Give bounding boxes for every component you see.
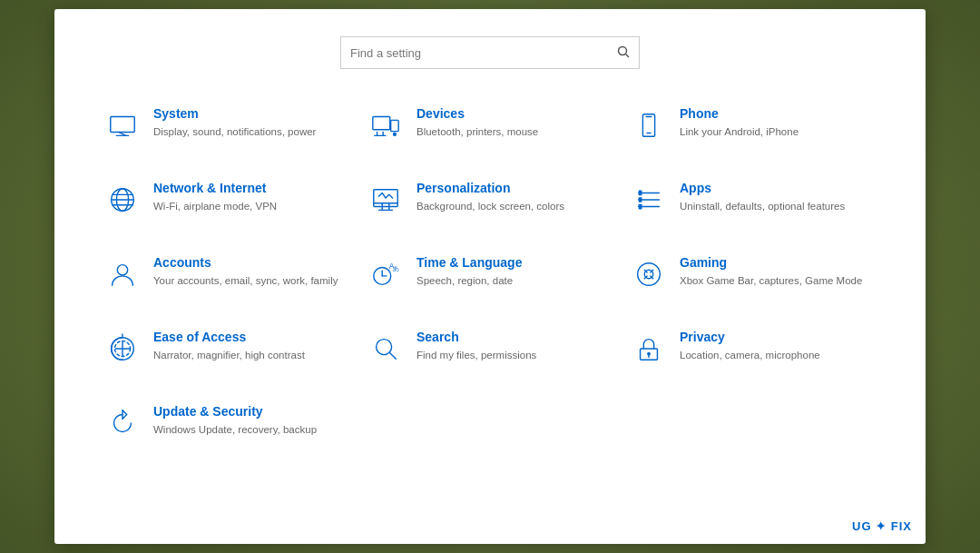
setting-desc-gaming: Xbox Game Bar, captures, Game Mode bbox=[680, 273, 876, 288]
time-icon: A あ bbox=[368, 256, 404, 292]
setting-title-privacy: Privacy bbox=[680, 329, 876, 345]
setting-desc-phone: Link your Android, iPhone bbox=[680, 124, 876, 139]
svg-rect-29 bbox=[639, 204, 642, 210]
accounts-icon bbox=[104, 256, 141, 292]
setting-item-apps[interactable]: Apps Uninstall, defaults, optional featu… bbox=[626, 175, 880, 222]
setting-title-ease: Ease of Access bbox=[153, 329, 349, 345]
setting-desc-update: Windows Update, recovery, backup bbox=[153, 422, 349, 437]
svg-line-1 bbox=[626, 54, 630, 57]
setting-text-search: Search Find my files, permissions bbox=[416, 329, 612, 362]
setting-text-privacy: Privacy Location, camera, microphone bbox=[680, 329, 876, 362]
setting-text-phone: Phone Link your Android, iPhone bbox=[680, 105, 876, 139]
ease-icon bbox=[104, 331, 141, 367]
setting-text-personalization: Personalization Background, lock screen,… bbox=[416, 180, 612, 213]
setting-title-system: System bbox=[153, 105, 349, 122]
setting-text-accounts: Accounts Your accounts, email, sync, wor… bbox=[153, 254, 349, 288]
search-bar[interactable] bbox=[340, 36, 640, 69]
setting-title-accounts: Accounts bbox=[153, 254, 349, 271]
svg-point-36 bbox=[638, 263, 661, 286]
network-icon bbox=[104, 182, 141, 218]
setting-text-network: Network & Internet Wi-Fi, airplane mode,… bbox=[153, 180, 349, 213]
update-icon bbox=[104, 405, 141, 441]
phone-icon bbox=[631, 107, 667, 143]
setting-title-personalization: Personalization bbox=[416, 180, 612, 196]
setting-title-search: Search bbox=[416, 329, 612, 345]
setting-item-accounts[interactable]: Accounts Your accounts, email, sync, wor… bbox=[100, 250, 354, 297]
setting-desc-personalization: Background, lock screen, colors bbox=[416, 199, 612, 213]
setting-text-ease: Ease of Access Narrator, magnifier, high… bbox=[153, 329, 349, 362]
svg-rect-28 bbox=[639, 197, 642, 202]
setting-text-devices: Devices Bluetooth, printers, mouse bbox=[416, 105, 612, 139]
svg-point-10 bbox=[394, 133, 397, 136]
setting-text-update: Update & Security Windows Update, recove… bbox=[153, 403, 349, 437]
apps-icon bbox=[631, 182, 667, 218]
setting-item-devices[interactable]: Devices Bluetooth, printers, mouse bbox=[363, 101, 617, 148]
setting-item-system[interactable]: System Display, sound, notifications, po… bbox=[100, 101, 354, 148]
watermark: UG ✦ FIX bbox=[852, 519, 912, 533]
setting-desc-search: Find my files, permissions bbox=[416, 348, 612, 362]
setting-item-search[interactable]: Search Find my files, permissions bbox=[363, 324, 617, 371]
system-icon bbox=[104, 107, 141, 143]
setting-item-personalization[interactable]: Personalization Background, lock screen,… bbox=[363, 175, 617, 222]
settings-window: System Display, sound, notifications, po… bbox=[54, 9, 926, 544]
setting-title-phone: Phone bbox=[680, 105, 876, 122]
personalization-icon bbox=[368, 182, 404, 218]
svg-line-48 bbox=[389, 352, 396, 359]
setting-item-privacy[interactable]: Privacy Location, camera, microphone bbox=[626, 324, 880, 371]
gaming-icon bbox=[631, 256, 667, 292]
search-container bbox=[100, 36, 880, 69]
setting-desc-time: Speech, region, date bbox=[416, 273, 612, 288]
setting-title-time: Time & Language bbox=[416, 254, 612, 271]
search-icon bbox=[617, 45, 630, 61]
svg-text:あ: あ bbox=[393, 265, 399, 272]
setting-item-network[interactable]: Network & Internet Wi-Fi, airplane mode,… bbox=[100, 175, 354, 222]
privacy-icon bbox=[631, 331, 667, 367]
svg-rect-6 bbox=[391, 120, 399, 131]
setting-desc-devices: Bluetooth, printers, mouse bbox=[416, 124, 612, 139]
setting-desc-system: Display, sound, notifications, power bbox=[153, 124, 349, 139]
svg-rect-27 bbox=[639, 191, 642, 196]
setting-title-network: Network & Internet bbox=[153, 180, 349, 196]
devices-icon bbox=[368, 107, 404, 143]
setting-text-apps: Apps Uninstall, defaults, optional featu… bbox=[680, 180, 876, 213]
setting-item-phone[interactable]: Phone Link your Android, iPhone bbox=[626, 101, 880, 148]
search-input[interactable] bbox=[350, 46, 617, 60]
setting-item-gaming[interactable]: Gaming Xbox Game Bar, captures, Game Mod… bbox=[626, 250, 880, 297]
setting-desc-network: Wi-Fi, airplane mode, VPN bbox=[153, 199, 349, 213]
setting-title-apps: Apps bbox=[680, 180, 876, 196]
setting-desc-privacy: Location, camera, microphone bbox=[680, 348, 876, 362]
setting-item-ease[interactable]: Ease of Access Narrator, magnifier, high… bbox=[100, 324, 354, 371]
setting-desc-ease: Narrator, magnifier, high contrast bbox=[153, 348, 349, 362]
setting-desc-apps: Uninstall, defaults, optional features bbox=[680, 199, 876, 213]
svg-rect-2 bbox=[111, 117, 134, 133]
svg-point-0 bbox=[619, 46, 627, 54]
svg-point-30 bbox=[117, 265, 127, 275]
setting-item-time[interactable]: A あ Time & Language Speech, region, date bbox=[363, 250, 617, 297]
settings-grid: System Display, sound, notifications, po… bbox=[100, 101, 880, 446]
setting-item-update[interactable]: Update & Security Windows Update, recove… bbox=[100, 399, 354, 446]
svg-rect-5 bbox=[373, 117, 390, 130]
setting-text-system: System Display, sound, notifications, po… bbox=[153, 105, 349, 139]
setting-title-devices: Devices bbox=[416, 105, 612, 122]
setting-desc-accounts: Your accounts, email, sync, work, family bbox=[153, 273, 349, 288]
setting-title-update: Update & Security bbox=[153, 403, 349, 420]
setting-text-time: Time & Language Speech, region, date bbox=[416, 254, 612, 288]
setting-text-gaming: Gaming Xbox Game Bar, captures, Game Mod… bbox=[680, 254, 876, 288]
search-icon bbox=[368, 331, 404, 367]
setting-title-gaming: Gaming bbox=[680, 254, 876, 271]
